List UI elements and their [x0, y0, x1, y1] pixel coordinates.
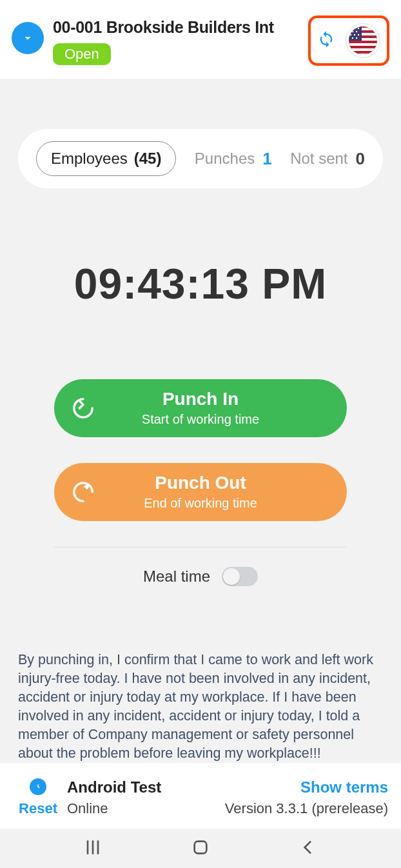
punch-out-button[interactable]: Punch Out End of working time [54, 463, 347, 521]
footer: Reset Android Test Online Show terms Ver… [0, 763, 401, 829]
header: 00-001 Brookside Builders Int Open [0, 0, 401, 79]
punch-buttons: Punch In Start of working time Punch Out… [0, 379, 401, 547]
version-label: Version 3.3.1 (prerelease) [225, 800, 388, 817]
language-button[interactable] [346, 23, 380, 58]
punch-in-title: Punch In [94, 390, 307, 409]
content-area: Employees (45) Punches 1 Not sent 0 09:4… [0, 79, 401, 763]
punch-in-button[interactable]: Punch In Start of working time [54, 379, 347, 437]
notsent-label: Not sent [290, 150, 347, 168]
disclaimer-text: By punching in, I confirm that I came to… [0, 651, 401, 763]
svg-point-16 [358, 34, 359, 35]
home-button[interactable] [190, 837, 211, 860]
show-terms-link[interactable]: Show terms [225, 778, 388, 796]
sync-icon [317, 30, 335, 48]
svg-rect-22 [195, 841, 207, 853]
tab-not-sent[interactable]: Not sent 0 [290, 149, 365, 169]
divider [54, 547, 347, 547]
status-badge: Open [53, 43, 111, 65]
tabs-container: Employees (45) Punches 1 Not sent 0 [0, 79, 401, 188]
svg-point-14 [350, 34, 351, 35]
svg-point-15 [354, 34, 355, 35]
reset-button[interactable]: Reset [13, 800, 63, 817]
svg-point-9 [350, 28, 351, 29]
svg-rect-6 [347, 48, 378, 51]
back-button[interactable] [298, 837, 318, 860]
svg-rect-2 [347, 28, 378, 30]
tab-employees[interactable]: Employees (45) [36, 141, 176, 176]
meal-time-row: Meal time [0, 567, 401, 586]
punch-in-icon [72, 397, 94, 419]
highlighted-actions [308, 15, 389, 66]
svg-point-12 [352, 31, 353, 32]
expand-button[interactable] [12, 22, 44, 54]
title-column: 00-001 Brookside Builders Int Open [53, 18, 299, 65]
tabs-bar: Employees (45) Punches 1 Not sent 0 [18, 129, 383, 188]
online-status: Online [67, 800, 225, 817]
svg-point-13 [356, 31, 357, 32]
svg-rect-8 [347, 25, 362, 41]
svg-point-17 [352, 37, 353, 39]
us-flag-icon [347, 25, 378, 56]
punch-out-subtitle: End of working time [94, 496, 307, 511]
job-title: 00-001 Brookside Builders Int [53, 18, 299, 37]
clock-icon [30, 778, 46, 795]
svg-rect-7 [347, 54, 378, 56]
meal-time-label: Meal time [143, 567, 210, 586]
punch-in-subtitle: Start of working time [94, 412, 307, 427]
punches-label: Punches [195, 150, 255, 168]
punches-count: 1 [262, 149, 271, 169]
svg-point-10 [354, 28, 355, 29]
chevron-down-icon [21, 31, 35, 45]
punch-out-icon [72, 481, 94, 503]
employees-label: Employees [51, 150, 128, 168]
android-navbar [0, 829, 401, 868]
svg-point-18 [356, 37, 357, 39]
svg-rect-5 [347, 43, 378, 46]
recents-button[interactable] [83, 837, 103, 860]
svg-point-11 [358, 28, 359, 29]
device-name: Android Test [67, 778, 225, 796]
meal-time-toggle[interactable] [222, 567, 258, 586]
current-time: 09:43:13 PM [0, 259, 401, 308]
tab-punches[interactable]: Punches 1 [195, 149, 272, 169]
punch-out-title: Punch Out [94, 473, 307, 493]
notsent-count: 0 [356, 149, 365, 169]
employees-count: (45) [134, 150, 162, 168]
sync-button[interactable] [317, 30, 335, 51]
